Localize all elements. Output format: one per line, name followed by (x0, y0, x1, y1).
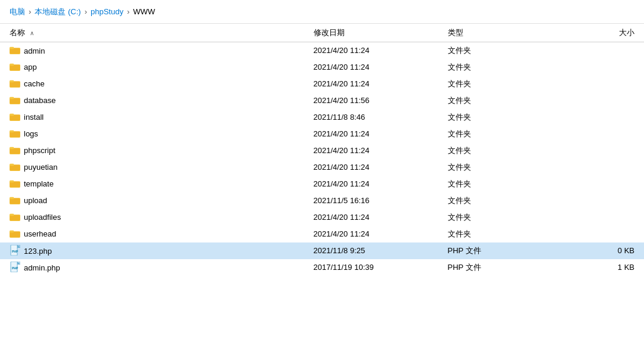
file-name-cell: upload (0, 192, 309, 209)
file-name-cell: database (0, 92, 309, 109)
file-name-cell: admin (0, 42, 309, 59)
breadcrumb: 电脑 › 本地磁盘 (C:) › phpStudy › WWW (0, 0, 644, 24)
table-row[interactable]: uploadfiles 2021/4/20 11:24 文件夹 (0, 209, 644, 226)
file-name-cell: cache (0, 76, 309, 92)
file-date-cell: 2021/11/8 8:46 (309, 109, 443, 126)
table-row[interactable]: app 2021/4/20 11:24 文件夹 (0, 59, 644, 76)
file-size-cell (550, 159, 645, 176)
folder-icon (10, 129, 20, 138)
file-name-cell: app (0, 59, 309, 76)
svg-rect-47 (10, 231, 14, 233)
file-date-cell: 2021/4/20 11:24 (309, 42, 443, 59)
table-row[interactable]: PHP admin.php 2017/11/19 10:39 PHP 文件 1 … (0, 259, 644, 276)
file-type-cell: 文件夹 (443, 209, 550, 226)
folder-icon (10, 46, 20, 54)
folder-icon (10, 146, 20, 154)
sort-arrow-name: ∧ (30, 30, 34, 36)
file-list-container: 名称 ∧ 修改日期 类型 大小 admin 2021/4/20 (0, 24, 644, 339)
php-file-icon: PHP (10, 245, 20, 256)
breadcrumb-pc[interactable]: 电脑 (10, 7, 25, 17)
folder-icon (10, 63, 20, 71)
file-type-cell: 文件夹 (443, 159, 550, 176)
table-row[interactable]: database 2021/4/20 11:56 文件夹 (0, 92, 644, 109)
table-row[interactable]: admin 2021/4/20 11:24 文件夹 (0, 42, 644, 59)
col-header-name[interactable]: 名称 ∧ (0, 24, 309, 42)
file-table: 名称 ∧ 修改日期 类型 大小 admin 2021/4/20 (0, 24, 644, 276)
file-type-cell: 文件夹 (443, 226, 550, 242)
file-date-cell: 2021/11/8 9:25 (309, 242, 443, 259)
table-header-row: 名称 ∧ 修改日期 类型 大小 (0, 24, 644, 42)
col-header-type[interactable]: 类型 (443, 24, 550, 42)
file-size-cell (550, 142, 645, 159)
svg-text:PHP: PHP (12, 250, 18, 253)
svg-rect-35 (10, 181, 14, 183)
file-size-cell (550, 76, 645, 92)
table-row[interactable]: upload 2021/11/5 16:16 文件夹 (0, 192, 644, 209)
table-row[interactable]: template 2021/4/20 11:24 文件夹 (0, 176, 644, 192)
svg-rect-54 (17, 262, 20, 265)
folder-icon (10, 229, 20, 238)
file-date-cell: 2021/4/20 11:24 (309, 209, 443, 226)
file-type-cell: 文件夹 (443, 126, 550, 142)
file-type-cell: 文件夹 (443, 142, 550, 159)
svg-rect-7 (10, 64, 14, 66)
svg-rect-50 (17, 245, 20, 248)
file-name-cell: puyuetian (0, 159, 309, 176)
folder-icon (10, 113, 20, 121)
table-row[interactable]: puyuetian 2021/4/20 11:24 文件夹 (0, 159, 644, 176)
file-date-cell: 2021/4/20 11:24 (309, 59, 443, 76)
file-type-cell: 文件夹 (443, 176, 550, 192)
svg-text:PHP: PHP (12, 266, 18, 270)
file-date-cell: 2021/4/20 11:24 (309, 159, 443, 176)
file-type-cell: PHP 文件 (443, 259, 550, 276)
file-type-cell: 文件夹 (443, 92, 550, 109)
file-name-cell: userhead (0, 226, 309, 242)
svg-rect-43 (10, 214, 14, 216)
file-type-cell: 文件夹 (443, 42, 550, 59)
table-row[interactable]: logs 2021/4/20 11:24 文件夹 (0, 126, 644, 142)
svg-rect-19 (10, 114, 14, 116)
php-file-icon: PHP (10, 262, 20, 272)
file-type-cell: 文件夹 (443, 59, 550, 76)
table-row[interactable]: PHP 123.php 2021/11/8 9:25 PHP 文件 0 KB (0, 242, 644, 259)
file-size-cell (550, 59, 645, 76)
col-header-date[interactable]: 修改日期 (309, 24, 443, 42)
file-size-cell (550, 126, 645, 142)
file-type-cell: 文件夹 (443, 109, 550, 126)
file-date-cell: 2021/4/20 11:24 (309, 142, 443, 159)
file-name-cell: uploadfiles (0, 209, 309, 226)
file-date-cell: 2021/4/20 11:24 (309, 226, 443, 242)
file-size-cell (550, 176, 645, 192)
svg-rect-11 (10, 81, 14, 83)
breadcrumb-sep-2: › (85, 7, 87, 16)
file-name-cell: PHP 123.php (0, 242, 309, 259)
table-row[interactable]: phpscript 2021/4/20 11:24 文件夹 (0, 142, 644, 159)
col-header-size[interactable]: 大小 (550, 24, 645, 42)
file-size-cell (550, 42, 645, 59)
file-size-cell: 0 KB (550, 242, 645, 259)
file-name-cell: template (0, 176, 309, 192)
table-row[interactable]: userhead 2021/4/20 11:24 文件夹 (0, 226, 644, 242)
folder-icon (10, 79, 20, 88)
file-date-cell: 2021/4/20 11:56 (309, 92, 443, 109)
breadcrumb-cdrive[interactable]: 本地磁盘 (C:) (35, 7, 80, 17)
file-date-cell: 2021/4/20 11:24 (309, 76, 443, 92)
file-name-cell: logs (0, 126, 309, 142)
file-type-cell: PHP 文件 (443, 242, 550, 259)
breadcrumb-phpstudy[interactable]: phpStudy (91, 7, 123, 16)
file-size-cell (550, 209, 645, 226)
file-date-cell: 2021/4/20 11:24 (309, 176, 443, 192)
table-row[interactable]: install 2021/11/8 8:46 文件夹 (0, 109, 644, 126)
table-row[interactable]: cache 2021/4/20 11:24 文件夹 (0, 76, 644, 92)
file-type-cell: 文件夹 (443, 192, 550, 209)
file-date-cell: 2021/11/5 16:16 (309, 192, 443, 209)
file-size-cell (550, 92, 645, 109)
folder-icon (10, 196, 20, 204)
file-name-cell: phpscript (0, 142, 309, 159)
svg-rect-15 (10, 98, 14, 99)
file-name-cell: install (0, 109, 309, 126)
file-size-cell (550, 192, 645, 209)
breadcrumb-www: WWW (133, 7, 155, 16)
file-name-cell: PHP admin.php (0, 259, 309, 276)
file-type-cell: 文件夹 (443, 76, 550, 92)
